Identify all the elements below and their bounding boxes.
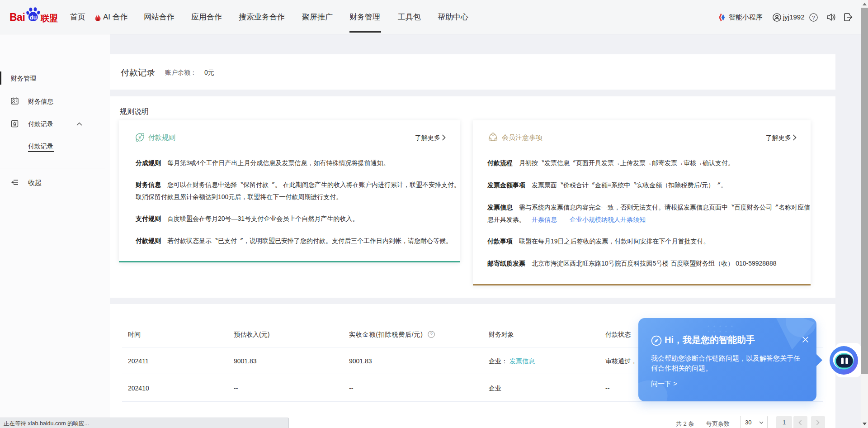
svg-text:¥: ¥ — [138, 135, 142, 140]
svg-text:du: du — [30, 14, 37, 21]
svg-text:?: ? — [430, 332, 433, 337]
svg-text:?: ? — [812, 15, 815, 20]
